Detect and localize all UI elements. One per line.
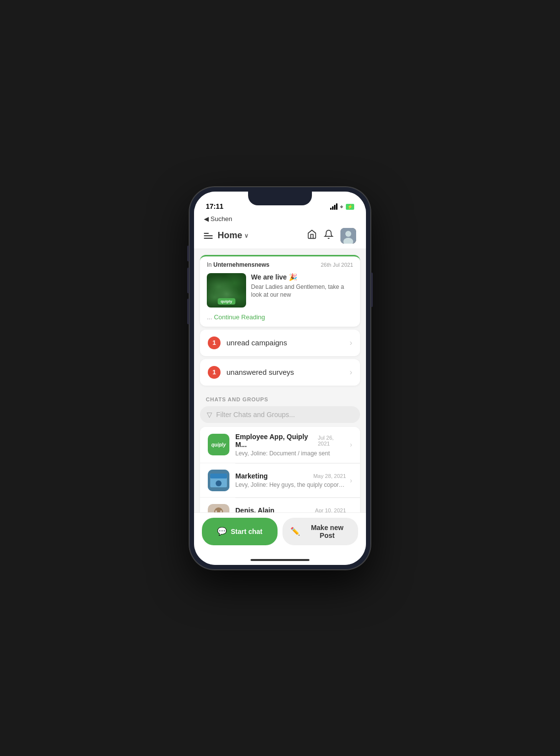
status-time: 17:11 — [206, 202, 224, 210]
phone-screen: 17:11 ⌖ ⚡ ◀ Suchen — [194, 192, 366, 565]
news-title: We are live 🎉 — [251, 273, 353, 281]
news-date: 26th Jul 2021 — [321, 262, 353, 268]
chat-avatar-quiply: quiply — [208, 434, 229, 455]
status-icons: ⌖ ⚡ — [330, 203, 354, 210]
news-body: quiply We are live 🎉 Dear Ladies and Gen… — [200, 271, 360, 312]
unanswered-surveys-label: unanswered surveys — [226, 368, 350, 376]
svg-point-6 — [216, 480, 222, 486]
filter-icon: ▽ — [207, 411, 212, 419]
quiply-logo-text: quiply — [211, 442, 225, 448]
signal-icon — [330, 203, 337, 210]
chevron-down-icon: ∨ — [244, 232, 249, 239]
wifi-icon: ⌖ — [340, 203, 343, 210]
chats-section-header: CHATS AND GROUPS — [194, 389, 366, 406]
news-thumbnail: quiply — [207, 273, 246, 308]
power-button — [371, 273, 373, 307]
news-card[interactable]: In Unternehmensnews 26th Jul 2021 quiply… — [200, 255, 360, 327]
back-label[interactable]: ◀ Suchen — [204, 215, 232, 223]
filter-bar[interactable]: ▽ Filter Chats and Groups... — [200, 406, 360, 423]
news-card-header: In Unternehmensnews 26th Jul 2021 — [200, 256, 360, 271]
chat-avatar-person — [208, 504, 229, 512]
home-indicator-bar — [251, 559, 309, 561]
chat-item-marketing[interactable]: Marketing May 28, 2021 Levy, Joline: Hey… — [200, 464, 360, 498]
filter-placeholder[interactable]: Filter Chats and Groups... — [216, 411, 295, 419]
new-post-label: Make new Post — [304, 524, 350, 539]
notch — [248, 192, 312, 205]
unanswered-surveys-badge: 1 — [208, 366, 221, 379]
header-right — [307, 228, 356, 244]
news-channel: In Unternehmensnews — [207, 261, 269, 268]
chat-chevron-icon: › — [350, 476, 352, 484]
continue-reading-link[interactable]: Continue Reading — [214, 313, 265, 321]
chat-top: Employee App, Quiply M... Jul 26, 2021 — [235, 433, 346, 448]
app-header: Home ∨ — [194, 225, 366, 249]
avatar[interactable] — [340, 228, 356, 244]
chat-item-denis[interactable]: Denis, Alain Apr 10, 2021 Denis, Alain: … — [200, 498, 360, 512]
avatar-image — [340, 228, 356, 244]
chat-name: Denis, Alain — [235, 506, 275, 512]
chat-avatar-marketing — [208, 470, 229, 491]
chevron-right-icon: › — [350, 338, 352, 347]
unread-campaigns-row[interactable]: 1 unread campaigns › — [200, 330, 360, 356]
svg-rect-5 — [210, 474, 227, 478]
header-title-text: Home — [218, 230, 242, 241]
chat-preview: Levy, Joline: Document / image sent — [235, 450, 346, 457]
new-post-button[interactable]: ✏️ Make new Post — [282, 518, 358, 545]
header-left: Home ∨ — [204, 230, 249, 241]
chat-body: Employee App, Quiply M... Jul 26, 2021 L… — [235, 433, 346, 457]
home-icon-button[interactable] — [307, 229, 317, 242]
news-snippet: Dear Ladies and Gentlemen, take a look a… — [251, 283, 353, 300]
notification-bell-button[interactable] — [324, 229, 334, 242]
unread-campaigns-label: unread campaigns — [226, 338, 350, 347]
chat-top: Denis, Alain Apr 10, 2021 — [235, 506, 346, 512]
bottom-bar: 💬 Start chat ✏️ Make new Post — [194, 512, 366, 555]
chat-chevron-icon: › — [350, 441, 352, 448]
volume-up-button — [187, 268, 189, 293]
chat-name: Marketing — [235, 472, 268, 480]
battery-icon: ⚡ — [346, 204, 354, 210]
unread-campaigns-badge: 1 — [208, 336, 221, 349]
main-scroll-area: In Unternehmensnews 26th Jul 2021 quiply… — [194, 249, 366, 512]
edit-icon: ✏️ — [290, 527, 300, 536]
home-indicator — [194, 555, 366, 565]
chat-body: Marketing May 28, 2021 Levy, Joline: Hey… — [235, 472, 346, 488]
phone-frame: 17:11 ⌖ ⚡ ◀ Suchen — [189, 187, 371, 570]
volume-silent-button — [187, 246, 189, 261]
volume-down-button — [187, 299, 189, 324]
chat-date: Apr 10, 2021 — [315, 507, 346, 512]
chat-date: May 28, 2021 — [313, 473, 346, 479]
chat-item-employee-app[interactable]: quiply Employee App, Quiply M... Jul 26,… — [200, 427, 360, 463]
chat-bubble-icon: 💬 — [217, 527, 227, 536]
svg-point-1 — [345, 231, 351, 237]
chat-date: Jul 26, 2021 — [318, 435, 346, 447]
home-title-button[interactable]: Home ∨ — [218, 230, 249, 241]
news-text: We are live 🎉 Dear Ladies and Gentlemen,… — [251, 273, 353, 308]
chevron-right-icon: › — [350, 368, 352, 377]
chat-body: Denis, Alain Apr 10, 2021 Denis, Alain: … — [235, 506, 346, 512]
chat-name: Employee App, Quiply M... — [235, 433, 318, 448]
unanswered-surveys-row[interactable]: 1 unanswered surveys › — [200, 359, 360, 386]
start-chat-button[interactable]: 💬 Start chat — [202, 518, 278, 545]
news-continue[interactable]: ... Continue Reading — [200, 312, 360, 327]
start-chat-label: Start chat — [231, 528, 263, 535]
menu-button[interactable] — [204, 233, 213, 239]
back-nav[interactable]: ◀ Suchen — [194, 213, 366, 225]
thumbnail-logo: quiply — [218, 298, 235, 305]
chat-top: Marketing May 28, 2021 — [235, 472, 346, 480]
chat-preview: Levy, Joline: Hey guys, the quiply copor… — [235, 481, 346, 488]
